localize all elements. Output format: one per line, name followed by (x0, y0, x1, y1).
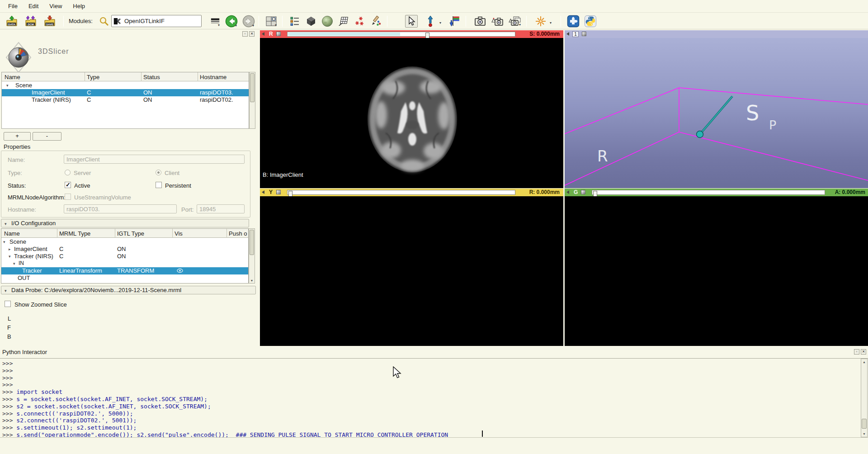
slice-grid-icon (338, 15, 349, 27)
module-history-button[interactable]: ▾ (209, 15, 222, 28)
module-back-button[interactable]: ▾ (225, 15, 238, 28)
layout-selector-button[interactable]: ▾ (265, 15, 278, 28)
green-slice-slider[interactable] (592, 190, 825, 195)
slice-menu-icon[interactable] (581, 190, 585, 194)
crosshair-button[interactable] (534, 15, 547, 28)
red-slice-slider[interactable] (287, 32, 515, 37)
green-slice-viewport[interactable] (565, 196, 868, 346)
col-type[interactable]: Type (87, 74, 99, 80)
console-scrollbar[interactable]: ▲ ▼ (861, 359, 868, 437)
col-vis[interactable]: Vis (175, 230, 183, 237)
volume-cube-button[interactable] (305, 15, 317, 28)
io-table-scrollbar[interactable]: ▼ (249, 228, 255, 284)
mouse-interaction-button[interactable] (405, 15, 418, 28)
yellow-slice-viewport[interactable] (260, 196, 563, 346)
python-panel-undock-button[interactable]: ▫ (854, 349, 859, 355)
red-view-corner-annotation: B: ImagerClient (263, 171, 303, 178)
module-forward-button[interactable]: ▾ (242, 15, 255, 28)
panel-close-button[interactable]: ✕ (249, 31, 255, 37)
yellow-view-label: Y (269, 189, 273, 195)
connector-row-tracker[interactable]: Tracker (NIRS) C ON raspiDOT02. (2, 96, 249, 104)
crosshair-icon (535, 15, 547, 27)
connector-table[interactable]: Name Type Status Hostname ▾ Scene Imager… (1, 72, 249, 129)
orientation-letter-p: P (769, 118, 776, 132)
menu-view[interactable]: View (45, 1, 66, 11)
load-dicom-button[interactable]: DCM (24, 15, 37, 28)
col-hostname[interactable]: Hostname (200, 74, 226, 80)
red-slice-viewport[interactable]: B: ImagerClient (260, 38, 563, 188)
threed-viewport[interactable]: S P R (565, 38, 868, 188)
module-selector-combobox[interactable]: OpenIGTLinkIF ▼ (111, 15, 202, 27)
add-connector-button[interactable]: + (4, 132, 31, 141)
chevron-down-icon[interactable]: ▾ (439, 21, 441, 25)
scene-view-list-button[interactable]: ▾ (508, 15, 521, 28)
io-configuration-title: I/O Configuration (11, 220, 56, 227)
visibility-eye-icon[interactable] (177, 268, 183, 273)
io-out-row[interactable]: OUT (1, 274, 248, 282)
persistent-checkbox[interactable] (156, 182, 162, 188)
scene-row[interactable]: ▾ Scene (2, 82, 249, 89)
io-table[interactable]: Name MRML Type IGTL Type Vis Push o ▾ Sc… (1, 228, 249, 284)
chevron-down-icon[interactable]: ▾ (550, 21, 552, 25)
menu-help[interactable]: Help (68, 1, 90, 11)
slice-menu-icon[interactable] (276, 32, 281, 36)
module-search-button[interactable] (98, 15, 110, 28)
io-row-tracker[interactable]: Tracker LinearTransform TRANSFORM (1, 267, 248, 274)
main-toolbar: DATA DCM SAVE Modules: (0, 12, 868, 29)
col-name[interactable]: Name (5, 74, 20, 80)
col-name[interactable]: Name (4, 230, 20, 237)
scene-view-button[interactable] (491, 15, 504, 28)
name-label: Name: (8, 156, 25, 163)
module-list-button[interactable] (288, 15, 301, 28)
orientation-b-label: B (7, 333, 11, 340)
col-igtl-type[interactable]: IGTL Type (117, 230, 144, 237)
connector-row-imagerclient[interactable]: ImagerClient C ON raspiDOT03. (2, 89, 249, 96)
load-data-button[interactable]: DATA (5, 15, 18, 28)
model-sphere-button[interactable] (321, 15, 334, 28)
slice-pin-button[interactable] (262, 32, 264, 36)
data-probe-header[interactable]: ▾ Data Probe: C:/dev/explora/20Noviemb..… (1, 286, 256, 294)
extensions-manager-button[interactable] (567, 15, 580, 28)
status-bar: ✕ (0, 437, 868, 454)
col-push[interactable]: Push o (229, 230, 247, 237)
chevron-down-icon: ▼ (113, 18, 118, 24)
io-row-tracker-nirs[interactable]: ▾ Tracker (NIRS) C ON (1, 253, 248, 260)
search-icon (99, 16, 109, 27)
io-scene-row[interactable]: ▾ Scene (1, 238, 248, 246)
python-console[interactable]: >>> >>> >>> >>> >>> import socket >>> s … (0, 358, 868, 437)
show-zoomed-slice-checkbox[interactable] (5, 301, 11, 307)
server-label: Server (74, 170, 91, 176)
menu-file[interactable]: File (4, 1, 22, 11)
remove-connector-button[interactable]: - (33, 132, 61, 141)
panel-undock-button[interactable]: ▫ (242, 31, 248, 37)
slice-grid-button[interactable] (337, 15, 350, 28)
flag-icon (449, 15, 461, 27)
connector-table-scrollbar[interactable] (249, 72, 255, 129)
red-view-label: R (269, 31, 273, 37)
io-in-row[interactable]: ▾ IN (1, 260, 248, 267)
transform-button[interactable] (370, 15, 382, 28)
col-status[interactable]: Status (143, 74, 160, 80)
screenshot-button[interactable] (474, 15, 486, 28)
place-markup-button[interactable] (424, 15, 437, 28)
io-configuration-header[interactable]: ▾ I/O Configuration (1, 219, 249, 227)
annotation-flag-button[interactable] (448, 15, 461, 28)
slice-menu-icon[interactable] (276, 190, 281, 194)
active-checkbox[interactable] (65, 182, 71, 188)
save-button[interactable]: SAVE (43, 15, 56, 28)
console-line: >>> (0, 360, 868, 367)
fiducial-button[interactable] (354, 15, 366, 28)
view-pin-button[interactable] (566, 32, 569, 36)
io-row-imagerclient[interactable]: ▸ ImagerClient C ON (1, 246, 248, 253)
view-menu-icon[interactable] (582, 32, 586, 36)
menu-edit[interactable]: Edit (24, 1, 43, 11)
io-table-header[interactable]: Name MRML Type IGTL Type Vis Push o (1, 229, 248, 238)
col-mrml-type[interactable]: MRML Type (59, 230, 90, 237)
python-panel-close-button[interactable]: ✕ (861, 349, 866, 355)
python-console-button[interactable] (584, 15, 597, 28)
orientation-l-label: L (8, 315, 11, 322)
yellow-slice-slider[interactable] (287, 190, 515, 195)
slice-pin-button[interactable] (262, 190, 264, 194)
connector-table-header[interactable]: Name Type Status Hostname (2, 72, 249, 81)
slice-pin-button[interactable] (566, 190, 569, 194)
